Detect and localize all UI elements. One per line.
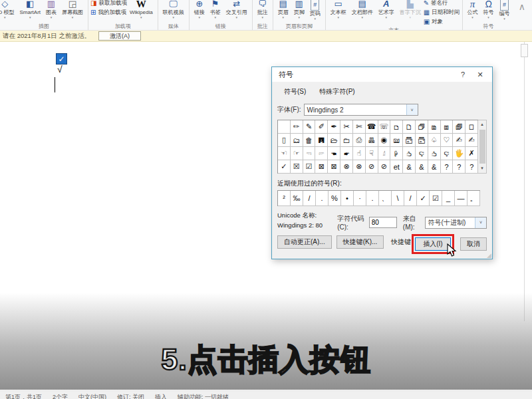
ribbon-item-get-addins[interactable]: ◨ 获取加载项 xyxy=(90,0,127,8)
ribbon-item-signature-line[interactable]: ✎ 签名行 xyxy=(424,0,460,8)
symbol-cell[interactable]: & xyxy=(428,160,441,174)
symbol-cell[interactable]: ✎ xyxy=(303,120,316,134)
activate-button[interactable]: 激活(A) xyxy=(98,31,141,41)
symbol-cell[interactable]: ☎ xyxy=(366,120,378,134)
symbol-cell[interactable]: ✏ xyxy=(291,120,303,134)
ribbon-item[interactable]: ⊕ 链接 xyxy=(192,0,207,19)
ribbon-item[interactable]: ◲ 屏幕截图 xyxy=(59,0,86,19)
symbol-cell[interactable]: 🖘 xyxy=(303,147,316,160)
dialog-tab[interactable]: 符号(S) xyxy=(277,84,313,99)
ribbon-item[interactable]: ▥ 图表 xyxy=(43,0,59,19)
symbol-cell[interactable]: ✐ xyxy=(315,120,328,134)
recent-symbol-cell[interactable]: . xyxy=(316,191,329,206)
symbol-cell[interactable]: & xyxy=(403,160,416,174)
shortcut-key-button[interactable]: 快捷键(K)... xyxy=(336,235,384,249)
ribbon-item-date-time[interactable]: ▦ 日期和时间 xyxy=(424,8,460,17)
autocorrect-button[interactable]: 自动更正(A)... xyxy=(277,235,332,249)
status-bar-item[interactable]: 辅助功能: 一切就绪 xyxy=(178,393,229,399)
ribbon-item-wikipedia[interactable]: W Wikipedia xyxy=(127,0,156,19)
symbol-cell[interactable]: ⊘ xyxy=(378,160,391,174)
close-icon[interactable]: ✕ xyxy=(471,70,489,79)
symbol-cell[interactable]: 🖷 xyxy=(366,134,378,147)
symbol-cell[interactable]: ☑ xyxy=(303,160,316,174)
symbol-cell[interactable]: 🗉 xyxy=(441,120,454,134)
symbol-cell[interactable]: ? xyxy=(466,160,478,174)
ribbon-item[interactable]: ▥ 页脚 xyxy=(291,0,307,19)
recent-symbol-cell[interactable]: 、 xyxy=(379,191,392,206)
dialog-titlebar[interactable]: 符号 ? ✕ xyxy=(272,67,492,82)
recent-symbol-cell[interactable]: / xyxy=(303,191,316,206)
status-bar-item[interactable]: 插入 xyxy=(155,393,167,399)
symbol-cell[interactable]: 🗀 xyxy=(340,134,353,147)
symbol-cell[interactable]: 🗂 xyxy=(291,134,303,147)
symbol-cell[interactable]: 🖒 xyxy=(403,147,416,160)
ribbon-item[interactable]: ▙ 首字下沉 xyxy=(397,0,424,19)
symbol-cell[interactable]: ✓ xyxy=(278,160,291,174)
status-bar-item[interactable]: 中文(中国) xyxy=(78,393,106,399)
symbol-grid-scrollbar[interactable]: ▲ ▼ xyxy=(478,120,487,174)
symbol-cell[interactable]: 🖓 xyxy=(416,147,428,160)
recent-symbol-cell[interactable]: / xyxy=(404,191,417,206)
symbol-cell[interactable]: ? xyxy=(441,160,454,174)
recent-symbol-cell[interactable]: ☑ xyxy=(430,191,442,206)
symbol-cell[interactable]: et xyxy=(390,160,403,174)
symbol-cell[interactable]: 🖞 xyxy=(378,147,391,160)
symbol-cell[interactable]: ✗ xyxy=(466,147,478,160)
charcode-input[interactable] xyxy=(369,217,397,228)
symbol-cell[interactable]: ▯ xyxy=(278,134,291,147)
symbol-cell[interactable] xyxy=(278,120,291,134)
symbol-cell[interactable]: ☏ xyxy=(378,120,391,134)
chevron-down-icon[interactable]: ˅ xyxy=(406,104,418,115)
cancel-button[interactable]: 取消 xyxy=(460,237,487,251)
font-select[interactable]: Wingdings 2 ˅ xyxy=(304,104,418,116)
symbol-cell[interactable]: 🗑 xyxy=(303,134,316,147)
symbol-cell[interactable]: 🖒 xyxy=(428,147,441,160)
chevron-down-icon[interactable]: ˅ xyxy=(475,217,486,228)
symbol-cell[interactable]: ☜ xyxy=(278,147,291,160)
dialog-tab[interactable]: 特殊字符(P) xyxy=(313,84,361,99)
symbol-cell[interactable]: ⎙ xyxy=(353,134,366,147)
scrollbar-thumb[interactable] xyxy=(479,130,485,164)
document-scrollbar-thumb[interactable] xyxy=(521,44,528,57)
recent-symbol-cell[interactable]: ² xyxy=(278,191,291,206)
symbol-cell[interactable]: 🖆 xyxy=(416,134,428,147)
symbol-cell[interactable]: 🖆 xyxy=(403,134,416,147)
symbol-cell[interactable]: ☒ xyxy=(291,160,303,174)
symbol-cell[interactable]: 🖓 xyxy=(441,147,454,160)
symbol-cell[interactable]: ⊗ xyxy=(353,160,366,174)
symbol-cell[interactable]: ⊘ xyxy=(366,160,378,174)
document-scrollbar-track[interactable] xyxy=(524,42,525,321)
ribbon-item-comment[interactable]: 🗨 批注 xyxy=(255,0,271,19)
symbol-cell[interactable]: 🖭 xyxy=(390,134,403,147)
symbol-cell[interactable]: ⊠ xyxy=(315,160,328,174)
symbol-cell[interactable]: ☟ xyxy=(366,147,378,160)
recent-symbol-cell[interactable]: . xyxy=(366,191,379,206)
symbol-cell[interactable]: 🗁 xyxy=(328,134,340,147)
recent-symbol-cell[interactable]: % xyxy=(329,191,341,206)
collapse-ribbon-icon[interactable]: ∧ xyxy=(519,0,525,12)
scroll-up-icon[interactable]: ▲ xyxy=(480,120,484,129)
symbol-cell[interactable]: 🗋 xyxy=(403,120,416,134)
recent-symbol-cell[interactable]: • xyxy=(341,191,354,206)
ribbon-item[interactable]: # 编号 xyxy=(497,0,513,21)
status-bar-item[interactable]: 2个字 xyxy=(53,393,68,399)
status-bar[interactable]: 第1页，共1页2个字中文(中国)修订: 关闭插入辅助功能: 一切就绪 xyxy=(0,390,532,399)
symbol-cell[interactable]: ? xyxy=(453,160,466,174)
scroll-down-icon[interactable]: ▼ xyxy=(480,164,484,173)
resize-grip-icon[interactable]: ◢ xyxy=(487,252,491,259)
ribbon-item-object[interactable]: ▣ 对象 xyxy=(424,17,460,27)
ribbon-item[interactable]: ▤ 页眉 xyxy=(275,0,291,19)
symbol-cell[interactable]: 🖪 xyxy=(315,134,328,147)
symbol-cell[interactable]: ✍ xyxy=(453,134,466,147)
status-bar-item[interactable]: 修订: 关闭 xyxy=(117,393,144,399)
ribbon-item-my-addins[interactable]: ⊞ 我的加载项 xyxy=(90,8,127,17)
from-select[interactable]: 符号(十进制) ˅ xyxy=(425,217,487,229)
recent-symbol-cell[interactable]: ‰ xyxy=(291,191,303,206)
ribbon-item[interactable]: Ω 符号 xyxy=(481,0,497,19)
symbol-cell[interactable]: ☝ xyxy=(353,147,366,160)
ribbon-item[interactable]: π 公式 xyxy=(465,0,481,19)
symbol-cell[interactable]: ✂ xyxy=(340,120,353,134)
symbol-cell[interactable]: ◉ xyxy=(378,134,391,147)
symbol-cell[interactable]: ✍ xyxy=(466,134,478,147)
help-icon[interactable]: ? xyxy=(455,70,471,78)
